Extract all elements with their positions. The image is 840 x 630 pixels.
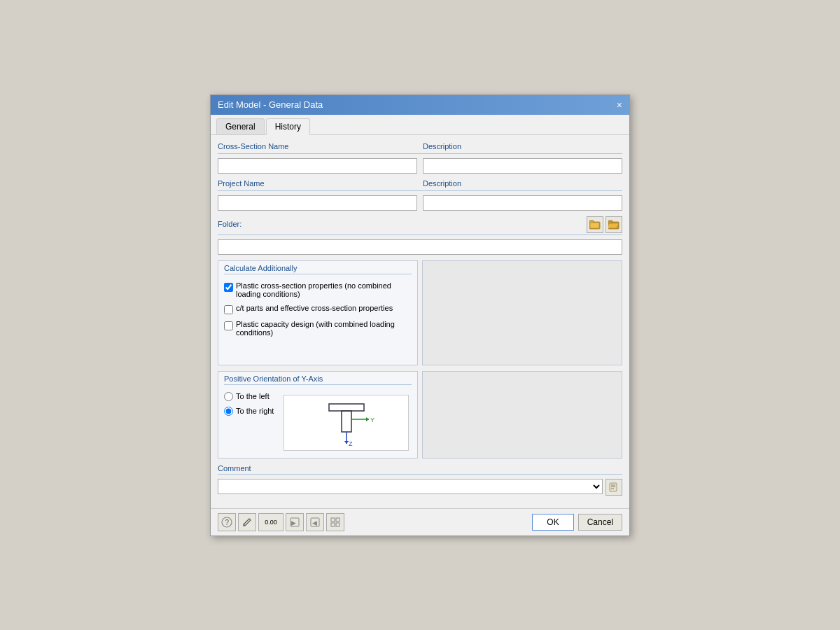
folder-group: Folder: [218,216,622,255]
cancel-button[interactable]: Cancel [578,514,622,531]
checkbox-capacity-label: Plastic capacity design (with combined l… [236,320,412,337]
radio-left-row: To the left [224,392,274,401]
checkbox-row-2: c/t parts and effective cross-section pr… [224,304,412,314]
cross-section-group: Cross-Section Name Description Profil Ha… [218,142,622,174]
help-icon: ? [221,517,232,528]
svg-rect-27 [336,523,340,526]
folder-buttons [587,216,622,233]
project-desc-label: Description [423,179,622,188]
calculate-title: Calculate Additionally [218,261,417,274]
calculate-section: Calculate Additionally Plastic cross-sec… [218,260,622,365]
toolbar-left: ? 0.00 ▶ ◀ [218,513,344,531]
cross-section-name-label: Cross-Section Name [218,142,417,150]
title-bar: Edit Model - General Data × [211,95,629,115]
checkbox-plastic[interactable] [224,283,233,292]
cross-section-desc-input[interactable]: Handbuchbeispiel [423,158,622,174]
calculate-right-panel [422,260,622,365]
edit-icon [609,482,619,492]
grid-button[interactable] [326,513,344,531]
checkbox-plastic-label: Plastic cross-section properties (no com… [236,281,412,298]
project-name-label: Project Name [218,179,417,188]
svg-text:▶: ▶ [291,519,296,526]
tab-history[interactable]: History [266,118,310,135]
value-button[interactable]: 0.00 [258,513,284,531]
export-button[interactable]: ▶ [286,513,304,531]
import-icon: ◀ [309,517,321,528]
svg-rect-14 [610,483,617,491]
dialog-body: Cross-Section Name Description Profil Ha… [211,135,629,508]
radio-left[interactable] [224,392,233,401]
orientation-title: Positive Orientation of Y-Axis [218,372,417,384]
svg-rect-6 [329,404,364,411]
orientation-panel: Positive Orientation of Y-Axis To the le… [218,371,418,458]
folder-icon [589,220,601,230]
ok-button[interactable]: OK [532,514,573,531]
svg-rect-4 [608,220,612,223]
folder-open-icon [608,220,620,230]
action-buttons: OK Cancel [532,514,622,531]
project-name-input[interactable]: Desktop [218,195,417,211]
import-button[interactable]: ◀ [306,513,324,531]
grid-icon [330,517,341,528]
dialog-title: Edit Model - General Data [218,99,323,110]
radio-right-row: To the right [224,407,274,416]
folder-open-button[interactable] [606,216,622,233]
comment-edit-button[interactable] [606,479,622,496]
svg-rect-7 [342,411,351,432]
svg-rect-26 [331,523,335,526]
orientation-diagram: Y Z [284,395,409,451]
checkbox-row-3: Plastic capacity design (with combined l… [224,320,412,337]
radio-options: To the left To the right [224,392,274,416]
help-button[interactable]: ? [218,513,236,531]
export-icon: ▶ [289,517,300,528]
radio-right[interactable] [224,407,233,416]
tabs-bar: General History [211,115,629,135]
comment-section: Comment [218,464,622,496]
checkbox-row-1: Plastic cross-section properties (no com… [224,281,412,298]
folder-path-input[interactable]: C:\Users\BaumgaertelM\Desktop [218,239,622,255]
svg-rect-2 [590,223,599,228]
comment-row [218,479,622,496]
comment-label: Comment [218,464,622,472]
project-desc-input[interactable] [423,195,622,211]
checkbox-ct[interactable] [224,305,233,314]
tab-general[interactable]: General [216,118,265,134]
checkbox-capacity[interactable] [224,321,233,330]
bottom-toolbar: ? 0.00 ▶ ◀ [211,508,629,536]
folder-label: Folder: [218,220,241,228]
comment-select[interactable] [218,479,603,494]
orientation-content: To the left To the right [218,388,417,458]
radio-right-label: To the right [236,407,274,415]
pencil-icon [242,517,252,527]
orientation-section: Positive Orientation of Y-Axis To the le… [218,371,622,458]
edit-button[interactable] [238,513,256,531]
calculate-panel: Calculate Additionally Plastic cross-sec… [218,260,418,365]
svg-text:Z: Z [349,440,353,447]
svg-rect-24 [331,518,335,522]
svg-text:◀: ◀ [312,519,317,526]
close-button[interactable]: × [617,99,622,111]
orientation-right-panel [422,371,622,458]
svg-rect-25 [336,518,340,522]
cross-section-desc-label: Description [423,142,622,150]
checkbox-ct-label: c/t parts and effective cross-section pr… [236,304,393,312]
radio-left-label: To the left [236,392,270,400]
svg-text:?: ? [225,519,230,526]
edit-model-dialog: Edit Model - General Data × General Hist… [210,94,630,536]
svg-text:Y: Y [370,416,374,424]
t-diagram-svg: Y Z [312,398,382,447]
project-group: Project Name Description Desktop [218,179,622,211]
folder-browse-button[interactable] [587,216,603,233]
svg-marker-9 [366,417,369,421]
calculate-content: Plastic cross-section properties (no com… [218,277,417,346]
cross-section-name-input[interactable]: Profil [218,158,417,174]
